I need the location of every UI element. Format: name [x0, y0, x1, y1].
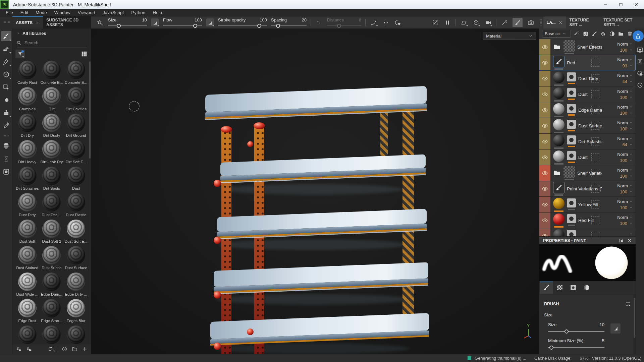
layer-material-thumbnail[interactable]: [553, 198, 565, 209]
geometry-fill-tool[interactable]: [1, 69, 11, 79]
visibility-eye-icon[interactable]: [542, 91, 548, 98]
asset-item[interactable]: Dust: [64, 167, 88, 193]
blend-mode-dropdown[interactable]: Norm: [617, 120, 633, 125]
eraser-tool[interactable]: [1, 44, 11, 54]
size-slider[interactable]: [108, 24, 147, 28]
blend-mode-dropdown[interactable]: Norm: [617, 57, 633, 62]
asset-thumbnail[interactable]: [42, 325, 61, 344]
blend-mode-dropdown[interactable]: Norm: [617, 42, 633, 47]
layer-material-thumbnail[interactable]: [553, 229, 565, 236]
layer-row[interactable]: RedNorm93: [539, 55, 636, 70]
properties-float-button[interactable]: [619, 238, 624, 243]
paint-tool-button[interactable]: [513, 18, 523, 27]
blend-mode-dropdown[interactable]: Norm: [617, 73, 633, 78]
spacing-value[interactable]: 20: [302, 17, 307, 22]
maximize-button[interactable]: [613, 0, 629, 9]
layer-mask-thumbnail[interactable]: [567, 230, 576, 237]
asset-thumbnail[interactable]: [18, 325, 37, 344]
visibility-eye-icon[interactable]: [542, 138, 548, 145]
menu-window[interactable]: Window: [51, 9, 74, 16]
visibility-eye-icon[interactable]: [542, 170, 548, 176]
blend-mode-dropdown[interactable]: [628, 232, 633, 236]
asset-thumbnail[interactable]: [67, 273, 85, 291]
asset-item[interactable]: Dirt Heavy: [15, 140, 40, 167]
layer-link-slot[interactable]: [591, 200, 599, 208]
asset-thumbnail[interactable]: [67, 220, 85, 238]
layer-opacity-dropdown[interactable]: 100: [620, 205, 633, 210]
layer-material-thumbnail[interactable]: [553, 135, 565, 146]
visibility-eye-icon[interactable]: [542, 201, 548, 208]
layer-row[interactable]: Dust DirtyNorm44: [539, 71, 636, 86]
material-picker-tool[interactable]: [1, 120, 11, 130]
asset-thumbnail[interactable]: [18, 114, 37, 132]
layer-link-slot[interactable]: [591, 59, 599, 67]
asset-item[interactable]: Cavity Rust: [15, 61, 40, 87]
menu-python[interactable]: Python: [127, 9, 149, 16]
asset-thumbnail[interactable]: [42, 273, 61, 291]
asset-thumbnail[interactable]: [42, 61, 61, 79]
bake-mode-button[interactable]: [1, 141, 11, 151]
asset-item[interactable]: [40, 325, 64, 344]
asset-item[interactable]: Edge Dirty ...: [64, 273, 88, 299]
asset-thumbnail[interactable]: [42, 87, 61, 106]
stencil-visibility-button[interactable]: [431, 18, 439, 26]
tab-alpha[interactable]: [553, 282, 566, 294]
filter-button[interactable]: [15, 50, 25, 58]
layer-link-slot[interactable]: [591, 169, 599, 177]
projection-tool[interactable]: [1, 57, 11, 67]
asset-item[interactable]: Dirt Splashes: [15, 167, 40, 193]
menu-edit[interactable]: Edit: [17, 9, 32, 16]
layer-name[interactable]: Dust: [578, 155, 588, 160]
asset-item[interactable]: Edge Rust: [15, 299, 40, 325]
layer-row[interactable]: Dirt SplashesNorm64: [539, 134, 636, 149]
layer-mask-thumbnail[interactable]: [567, 151, 576, 160]
brush-size-value[interactable]: 10: [600, 322, 604, 327]
viewport-capture-button[interactable]: [527, 18, 535, 26]
asset-thumbnail[interactable]: [67, 167, 85, 185]
layer-opacity-dropdown[interactable]: 64: [623, 142, 633, 147]
add-asset-button[interactable]: [80, 346, 89, 353]
layer-link-slot[interactable]: [591, 232, 599, 236]
layer-opacity-dropdown[interactable]: 100: [620, 189, 633, 194]
asset-thumbnail[interactable]: [42, 114, 61, 132]
brush-tool[interactable]: [1, 31, 11, 41]
layer-row[interactable]: Yellow FillNorm100: [539, 197, 636, 212]
asset-item[interactable]: [64, 325, 88, 344]
brush-menu-button[interactable]: [625, 301, 631, 307]
layer-mask-thumbnail[interactable]: [567, 198, 576, 207]
asset-item[interactable]: Dirt Dry: [15, 114, 40, 140]
blend-mode-dropdown[interactable]: Norm: [617, 89, 633, 94]
asset-item[interactable]: Dust Wide ...: [15, 273, 40, 299]
asset-item[interactable]: Dirt Spots: [40, 167, 64, 193]
layer-link-slot[interactable]: [591, 90, 599, 98]
layer-mask-thumbnail[interactable]: [567, 88, 576, 97]
layer-link-slot[interactable]: [591, 153, 599, 161]
layer-mask-thumbnail[interactable]: [567, 214, 576, 223]
tab-stencil[interactable]: [567, 282, 580, 294]
asset-thumbnail[interactable]: [18, 246, 37, 264]
blend-mode-dropdown[interactable]: Norm: [617, 168, 633, 173]
material-view-dropdown[interactable]: Material: [483, 32, 536, 40]
folder-icon[interactable]: [553, 43, 561, 51]
menu-mode[interactable]: Mode: [32, 9, 51, 16]
asset-item[interactable]: Edge Ston...: [40, 299, 64, 325]
clear-session-button[interactable]: [60, 346, 69, 353]
add-smart-material-button[interactable]: [582, 30, 588, 38]
blend-mode-dropdown[interactable]: Norm: [617, 199, 633, 204]
layer-opacity-dropdown[interactable]: 100: [620, 126, 633, 131]
display-settings-panel-button[interactable]: [637, 47, 643, 53]
layer-opacity-dropdown[interactable]: 100: [620, 95, 633, 100]
layer-opacity-dropdown[interactable]: 100: [620, 158, 633, 163]
visibility-eye-icon[interactable]: [542, 75, 548, 82]
layer-opacity-dropdown[interactable]: 100: [620, 221, 633, 226]
history-panel-button[interactable]: [637, 82, 643, 88]
folder-icon[interactable]: [553, 169, 561, 177]
new-folder-button[interactable]: [70, 346, 79, 353]
asset-item[interactable]: Dust Occl...: [40, 193, 64, 220]
asset-item[interactable]: Dirt Dusty: [40, 114, 64, 140]
close-button[interactable]: [629, 0, 644, 9]
brush-size-slider[interactable]: [548, 329, 604, 334]
asset-item[interactable]: Dirt Ground: [64, 114, 88, 140]
add-effect-button[interactable]: [574, 30, 580, 38]
shader-settings-panel-button[interactable]: [637, 58, 643, 65]
